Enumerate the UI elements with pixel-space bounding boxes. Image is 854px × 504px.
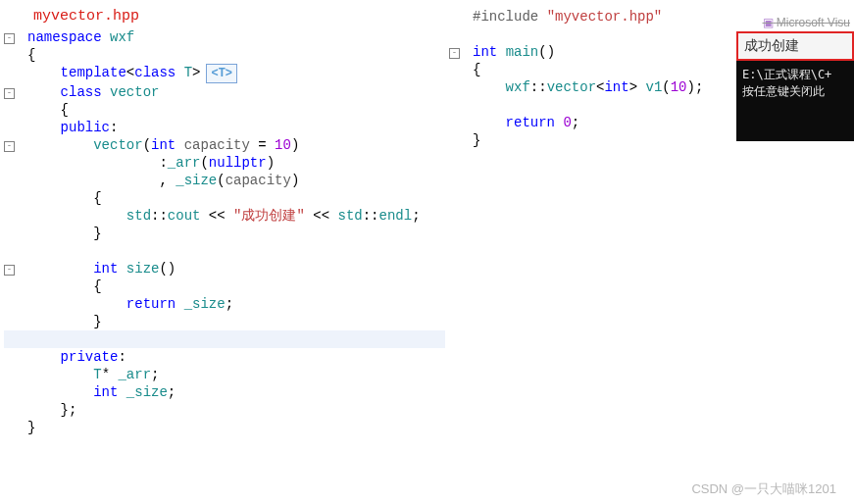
code-token: ;: [226, 296, 233, 312]
code-line[interactable]: wxf::vector<int> v1(10);: [449, 78, 743, 96]
code-token: >: [192, 65, 200, 80]
code-token: (): [159, 261, 176, 277]
code-line[interactable]: int _size;: [4, 383, 445, 401]
fold-gutter: [449, 114, 473, 131]
code-token: [102, 84, 110, 100]
fold-gutter: [4, 64, 27, 81]
code-line[interactable]: - class vector: [4, 83, 445, 101]
code-line[interactable]: [4, 242, 445, 260]
fold-toggle-icon[interactable]: -: [4, 141, 15, 152]
code-token: int: [151, 137, 176, 153]
code-line[interactable]: template<class T><T>: [4, 64, 445, 83]
right-code-pane[interactable]: #include "myvector.hpp" -int main() { wx…: [449, 0, 743, 436]
code-line[interactable]: };: [4, 401, 445, 419]
code-line[interactable]: {: [4, 101, 445, 119]
code-line[interactable]: T* _arr;: [4, 366, 445, 383]
code-token: :: [110, 120, 118, 135]
fold-gutter: [4, 277, 27, 295]
code-line[interactable]: [449, 96, 743, 114]
code-token: _size: [126, 384, 168, 400]
code-line[interactable]: [449, 25, 743, 43]
code-token: _arr: [168, 155, 201, 171]
console-window: ▣ Microsoft Visu 成功创建 E:\正式课程\C+按任意键关闭此: [736, 14, 854, 141]
code-token: vector: [547, 79, 596, 95]
code-token: std: [126, 208, 151, 224]
fold-gutter: [4, 242, 27, 260]
code-line[interactable]: - int size(): [4, 260, 445, 277]
fold-gutter: [4, 383, 27, 401]
fold-gutter: [449, 96, 473, 114]
code-token: wxf: [506, 79, 530, 95]
code-token: endl: [379, 208, 413, 224]
code-line[interactable]: return _size;: [4, 295, 445, 313]
code-line[interactable]: {: [4, 189, 445, 207]
fold-toggle-icon[interactable]: -: [4, 88, 15, 99]
fold-gutter: [4, 419, 27, 436]
code-token: }: [93, 226, 101, 241]
left-code-block[interactable]: -namespace wxf { template<class T><T>- c…: [4, 28, 445, 436]
code-token: namespace: [27, 29, 102, 45]
code-line[interactable]: }: [449, 131, 743, 149]
code-token: std: [338, 208, 363, 224]
code-line[interactable]: [4, 330, 445, 348]
code-line[interactable]: {: [4, 46, 445, 64]
code-token: [102, 29, 110, 45]
fold-gutter: [4, 295, 27, 313]
fold-gutter[interactable]: -: [449, 43, 473, 61]
code-token: >: [629, 79, 646, 95]
fold-toggle-icon[interactable]: -: [4, 33, 15, 44]
fold-gutter[interactable]: -: [4, 28, 27, 46]
code-token: int: [473, 44, 497, 60]
code-token: }: [27, 420, 35, 435]
code-token: ;: [572, 115, 579, 130]
code-line[interactable]: return 0;: [449, 114, 743, 131]
code-token: capacity: [184, 137, 250, 153]
code-token: (: [662, 79, 670, 95]
code-token: <<: [305, 208, 338, 224]
code-token: ): [291, 173, 299, 188]
fold-gutter: [449, 78, 473, 96]
code-line[interactable]: std::cout << "成功创建" << std::endl;: [4, 207, 445, 225]
console-title-text: Microsoft Visu: [777, 16, 850, 29]
fold-toggle-icon[interactable]: -: [4, 265, 15, 276]
vs-logo-icon: ▣: [763, 16, 774, 29]
fold-gutter[interactable]: -: [4, 260, 27, 277]
code-token: [176, 65, 183, 80]
fold-gutter: [449, 61, 473, 78]
code-line[interactable]: }: [4, 419, 445, 436]
code-token: ;: [412, 208, 420, 224]
left-code-pane[interactable]: myvector.hpp -namespace wxf { template<c…: [0, 0, 449, 436]
fold-gutter: [449, 131, 473, 149]
code-token: T: [93, 367, 101, 382]
console-output-body: E:\正式课程\C+按任意键关闭此: [736, 61, 854, 141]
code-line[interactable]: {: [4, 277, 445, 295]
code-token: private: [61, 349, 119, 365]
fold-gutter: [4, 101, 27, 119]
code-token: _arr: [118, 367, 151, 382]
code-token: (): [538, 44, 555, 60]
code-token: ::: [363, 208, 379, 224]
fold-toggle-icon[interactable]: -: [449, 48, 460, 59]
code-token: [118, 261, 126, 277]
code-line[interactable]: public:: [4, 119, 445, 136]
code-token: {: [61, 102, 69, 118]
fold-gutter[interactable]: -: [4, 136, 27, 154]
code-line[interactable]: , _size(capacity): [4, 172, 445, 189]
fold-gutter[interactable]: -: [4, 83, 27, 101]
code-token: {: [93, 278, 101, 294]
code-line[interactable]: :_arr(nullptr): [4, 154, 445, 172]
fold-gutter: [4, 225, 27, 242]
right-code-block[interactable]: #include "myvector.hpp" -int main() { wx…: [449, 8, 743, 149]
code-line[interactable]: - vector(int capacity = 10): [4, 136, 445, 154]
code-line[interactable]: {: [449, 61, 743, 78]
code-line[interactable]: }: [4, 225, 445, 242]
code-token: [118, 384, 126, 400]
code-token: vector: [93, 137, 142, 153]
fold-gutter: [449, 25, 473, 43]
code-line[interactable]: -namespace wxf: [4, 28, 445, 46]
code-line[interactable]: #include "myvector.hpp": [449, 8, 743, 25]
code-line[interactable]: -int main(): [449, 43, 743, 61]
code-token: ): [267, 155, 275, 171]
code-line[interactable]: }: [4, 313, 445, 330]
code-line[interactable]: private:: [4, 348, 445, 366]
